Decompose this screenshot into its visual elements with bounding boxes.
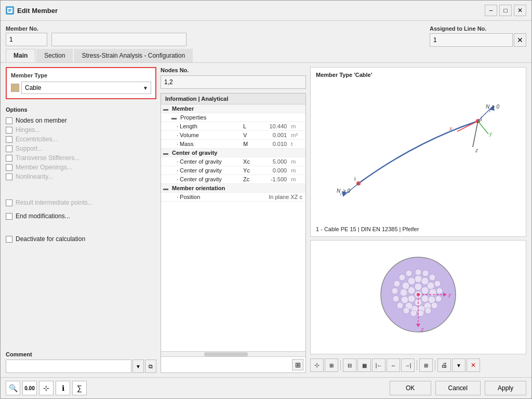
cog-yc-row: · Center of gravity Yc 0.000 m	[161, 166, 305, 175]
assigned-line-input[interactable]	[430, 33, 513, 47]
section-icon-button[interactable]: ⊟	[343, 358, 356, 372]
result-intermediate-checkbox[interactable]	[6, 200, 12, 206]
cog-collapse-icon[interactable]: ▬	[163, 150, 168, 156]
toolbar-sep2	[417, 360, 417, 370]
orientation-label: Member orientation	[172, 185, 225, 191]
length-name: · Length	[161, 122, 240, 131]
table-view-button[interactable]: ⊞	[292, 359, 303, 370]
minimize-button[interactable]: –	[485, 5, 497, 16]
print-button[interactable]: 🖨	[437, 358, 451, 372]
print-dropdown-button[interactable]: ▼	[452, 358, 466, 372]
assigned-line-label: Assigned to Line No.	[430, 25, 486, 32]
cross-section-svg: y z	[366, 250, 470, 344]
option-eccentricities: Eccentricities...	[6, 135, 156, 144]
svg-point-55	[394, 281, 400, 287]
assigned-line-group: Assigned to Line No. ✕	[430, 25, 526, 47]
member-collapse-icon[interactable]: ▬	[163, 106, 168, 112]
settings-button[interactable]: ✕	[467, 358, 480, 372]
tab-stress-strain[interactable]: Stress-Strain Analysis - Configuration	[74, 49, 193, 62]
member-name-label	[51, 25, 187, 32]
member-section-row: ▬ Member	[161, 104, 305, 113]
search-tool-button[interactable]: 🔍	[6, 381, 20, 395]
option-member-openings: Member Openings...	[6, 163, 156, 172]
eccentricities-checkbox[interactable]	[6, 136, 12, 143]
nodes-no-input[interactable]	[161, 75, 306, 89]
mass-row: · Mass M 0.010 t	[161, 140, 305, 149]
support-checkbox[interactable]	[6, 145, 12, 152]
cog-xc-symbol: Xc	[240, 157, 256, 166]
cursor-tool-button[interactable]: ⊹	[310, 358, 324, 372]
hinges-checkbox[interactable]	[6, 127, 12, 134]
cog-yc-symbol: Yc	[240, 166, 256, 175]
mass-symbol: M	[240, 140, 256, 149]
cable-diagram-area: Member Type 'Cable' i j Nj > 0	[310, 67, 526, 237]
nonlinearity-checkbox[interactable]	[6, 174, 12, 180]
options-title: Options	[6, 107, 156, 113]
formula-tool-button[interactable]: ∑	[72, 381, 87, 395]
nonlinearity-label: Nonlinearity...	[16, 173, 53, 180]
align-right-button[interactable]: →|	[401, 358, 415, 372]
svg-point-47	[431, 302, 437, 309]
svg-line-18	[473, 121, 478, 147]
member-type-dropdown[interactable]: Cable Beam Truss	[21, 82, 151, 94]
zoom-tool-button[interactable]: ⊞	[325, 358, 338, 372]
position-row: · Position In plane XZ c	[161, 193, 305, 202]
svg-point-49	[418, 310, 424, 316]
position-value: In plane XZ c	[256, 193, 305, 202]
nodes-on-member-checkbox[interactable]	[6, 117, 12, 124]
info-table-scroll[interactable]: ▬ Member ▬ Properties · Leng	[161, 104, 305, 351]
support-label: Support...	[16, 145, 43, 152]
bottom-tools: 🔍 0.00 ⊹ ℹ ∑	[6, 381, 87, 395]
member-name-input[interactable]	[51, 33, 187, 46]
assigned-line-icon-button[interactable]: ✕	[514, 33, 526, 47]
cog-zc-value: -1.500	[256, 175, 290, 184]
cancel-button[interactable]: Cancel	[435, 381, 481, 395]
section-view-button[interactable]: ▦	[357, 358, 371, 372]
tab-main[interactable]: Main	[6, 49, 35, 62]
align-left-button[interactable]: |←	[372, 358, 385, 372]
option-support: Support...	[6, 144, 156, 153]
member-type-section: Member Type Cable Beam Truss ▼	[6, 67, 156, 99]
cog-xc-name: · Center of gravity	[161, 157, 240, 166]
edit-member-window: Edit Member – □ ✕ Member No. Assigned to…	[0, 0, 532, 399]
restore-button[interactable]: □	[499, 5, 512, 16]
transverse-stiffeners-checkbox[interactable]	[6, 155, 12, 162]
deactivate-checkbox[interactable]	[6, 236, 12, 243]
comment-dropdown-button[interactable]: ▼	[132, 360, 144, 373]
toolbar-sep1	[340, 360, 341, 370]
properties-collapse-icon[interactable]: ▬	[171, 115, 177, 121]
cross-section-area: y z	[310, 240, 526, 354]
hinges-label: Hinges...	[16, 126, 40, 134]
ok-button[interactable]: OK	[390, 381, 431, 395]
comment-copy-button[interactable]: ⧉	[145, 360, 156, 373]
move-tool-button[interactable]: ⊹	[39, 381, 54, 395]
result-intermediate-label: Result intermediate points...	[16, 199, 93, 206]
apply-button[interactable]: Apply	[485, 381, 526, 395]
info-tool-button[interactable]: ℹ	[56, 381, 70, 395]
svg-point-53	[393, 296, 399, 302]
option-end-modifications: End modifications...	[6, 211, 156, 221]
info-table-container: Information | Analytical ▬ Member	[161, 93, 306, 373]
cog-xc-row: · Center of gravity Xc 5.000 m	[161, 157, 305, 166]
tab-section[interactable]: Section	[36, 49, 73, 62]
svg-point-38	[400, 289, 407, 296]
volume-symbol: V	[240, 131, 256, 140]
svg-point-24	[421, 295, 429, 302]
center-button[interactable]: ↔	[387, 358, 400, 372]
volume-row: · Volume V 0.001 m³	[161, 131, 305, 140]
close-button[interactable]: ✕	[514, 5, 526, 16]
h-scrollbar[interactable]	[161, 351, 305, 356]
option-nodes-on-member: Nodes on member	[6, 116, 156, 125]
end-modifications-checkbox[interactable]	[6, 213, 12, 220]
decimal-tool-button[interactable]: 0.00	[22, 381, 37, 395]
table-button[interactable]: ⊞	[419, 358, 433, 372]
cog-zc-name: · Center of gravity	[161, 175, 240, 184]
svg-point-50	[410, 310, 417, 316]
comment-input[interactable]	[6, 360, 131, 373]
properties-label: Properties	[180, 114, 206, 121]
svg-point-52	[397, 302, 403, 309]
orientation-collapse-icon[interactable]: ▬	[163, 185, 168, 191]
member-no-input[interactable]	[6, 33, 47, 46]
member-openings-checkbox[interactable]	[6, 164, 12, 171]
svg-text:x: x	[449, 126, 453, 131]
